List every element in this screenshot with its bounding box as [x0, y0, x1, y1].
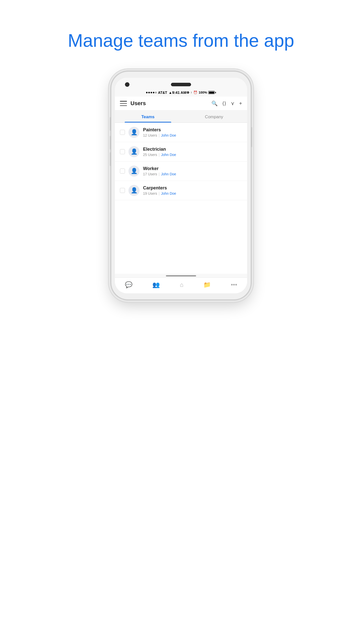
nav-item-home[interactable]: ⌂: [180, 281, 184, 288]
hamburger-icon[interactable]: [120, 101, 127, 106]
camera-placeholder: [233, 82, 237, 87]
team-manager-0[interactable]: John Doe: [161, 133, 176, 137]
team-item-1[interactable]: 👤 Electrician 25 Users | John Doe: [115, 142, 247, 162]
team-users-1: 25 Users: [143, 153, 157, 157]
team-list: 👤 Painters 12 Users | John Doe 👤 Electri…: [115, 123, 247, 274]
speaker-notch: [171, 83, 191, 86]
team-name-3: Carpenters: [143, 185, 242, 191]
share-icon[interactable]: ⟨⟩: [222, 100, 226, 106]
team-name-0: Painters: [143, 127, 242, 133]
status-bar: AT&T ▲ 9:41 AM ⊕ ↑ ⏰ 100%: [139, 89, 223, 97]
team-manager-3[interactable]: John Doe: [161, 191, 176, 195]
team-checkbox-0[interactable]: [120, 130, 125, 135]
team-avatar-icon-3: 👤: [131, 187, 138, 194]
team-users-0: 12 Users: [143, 133, 157, 137]
battery-tip: [215, 92, 216, 93]
battery-percent: 100%: [199, 91, 207, 94]
home-indicator: [115, 274, 247, 277]
tab-company[interactable]: Company: [181, 110, 247, 123]
header-title: Users: [130, 100, 211, 107]
status-left: AT&T ▲: [146, 91, 172, 95]
team-avatar-3: 👤: [128, 185, 140, 196]
battery-icon: [208, 91, 216, 94]
header-icons: 🔍 ⟨⟩ ⋎ +: [211, 100, 242, 106]
carrier-label: AT&T: [158, 91, 167, 95]
team-avatar-icon-1: 👤: [131, 148, 138, 155]
team-sep-3: |: [159, 191, 160, 195]
team-info-1: Electrician 25 Users | John Doe: [143, 147, 242, 157]
team-info-3: Carpenters 19 Users | John Doe: [143, 185, 242, 195]
team-meta-0: 12 Users | John Doe: [143, 133, 242, 137]
phone-shell: AT&T ▲ 9:41 AM ⊕ ↑ ⏰ 100%: [111, 71, 251, 300]
team-name-1: Electrician: [143, 147, 242, 152]
team-item-3[interactable]: 👤 Carpenters 19 Users | John Doe: [115, 181, 247, 200]
team-avatar-0: 👤: [128, 127, 140, 138]
team-users-2: 17 Users: [143, 172, 157, 176]
team-avatar-2: 👤: [128, 166, 140, 177]
signal-dots: [146, 92, 157, 93]
hamburger-line-2: [120, 103, 127, 104]
nav-item-users[interactable]: 👥: [152, 281, 160, 288]
users-icon: 👥: [152, 281, 160, 288]
team-avatar-icon-2: 👤: [131, 168, 138, 174]
signal-dot-2: [148, 92, 150, 93]
battery-fill: [209, 92, 214, 94]
chat-icon: 💬: [125, 281, 132, 288]
arrow-icon: ↑: [191, 91, 192, 94]
tabs-bar: Teams Company: [115, 110, 247, 123]
nav-item-more[interactable]: •••: [231, 281, 237, 288]
team-checkbox-1[interactable]: [120, 149, 125, 154]
nav-item-chat[interactable]: 💬: [125, 281, 132, 288]
home-bar: [166, 275, 196, 276]
home-icon: ⌂: [180, 281, 184, 288]
tab-teams[interactable]: Teams: [115, 110, 181, 123]
hamburger-line-1: [120, 101, 127, 102]
team-checkbox-2[interactable]: [120, 169, 125, 174]
folder-icon: 📁: [203, 281, 211, 288]
signal-dot-3: [151, 92, 152, 93]
status-time: 9:41 AM: [172, 90, 187, 95]
bottom-nav: 💬 👥 ⌂ 📁 •••: [115, 277, 247, 293]
alarm-icon: ⏰: [193, 91, 197, 94]
team-users-3: 19 Users: [143, 191, 157, 195]
signal-dot-5: [155, 92, 157, 93]
filter-icon[interactable]: ⋎: [231, 100, 235, 106]
camera-dot: [125, 82, 129, 87]
team-avatar-1: 👤: [128, 146, 140, 157]
add-icon[interactable]: +: [239, 101, 242, 106]
team-avatar-icon-0: 👤: [131, 129, 138, 136]
team-meta-1: 25 Users | John Doe: [143, 153, 242, 157]
status-right: ⊕ ↑ ⏰ 100%: [187, 91, 216, 94]
hamburger-line-3: [120, 105, 127, 106]
team-name-2: Worker: [143, 166, 242, 171]
team-meta-3: 19 Users | John Doe: [143, 191, 242, 195]
page-headline: Manage teams from the app: [0, 30, 362, 51]
more-icon: •••: [231, 281, 237, 288]
wifi-icon: ▲: [169, 91, 172, 95]
team-sep-1: |: [159, 153, 160, 157]
camera-area: [115, 78, 247, 89]
nav-item-folder[interactable]: 📁: [203, 281, 211, 288]
team-meta-2: 17 Users | John Doe: [143, 172, 242, 176]
team-item-0[interactable]: 👤 Painters 12 Users | John Doe: [115, 123, 247, 142]
team-item-2[interactable]: 👤 Worker 17 Users | John Doe: [115, 162, 247, 181]
team-manager-2[interactable]: John Doe: [161, 172, 176, 176]
app-header: Users 🔍 ⟨⟩ ⋎ +: [115, 97, 247, 110]
team-info-0: Painters 12 Users | John Doe: [143, 127, 242, 137]
team-checkbox-3[interactable]: [120, 188, 125, 193]
signal-dot-1: [146, 92, 148, 93]
team-info-2: Worker 17 Users | John Doe: [143, 166, 242, 176]
battery-body: [208, 91, 215, 94]
location-icon: ⊕: [187, 91, 189, 94]
team-sep-0: |: [159, 133, 160, 137]
phone-top: AT&T ▲ 9:41 AM ⊕ ↑ ⏰ 100%: [115, 78, 247, 97]
phone-screen: AT&T ▲ 9:41 AM ⊕ ↑ ⏰ 100%: [115, 78, 247, 293]
team-manager-1[interactable]: John Doe: [161, 153, 176, 157]
team-sep-2: |: [159, 172, 160, 176]
signal-dot-4: [153, 92, 154, 93]
search-icon[interactable]: 🔍: [211, 100, 218, 106]
